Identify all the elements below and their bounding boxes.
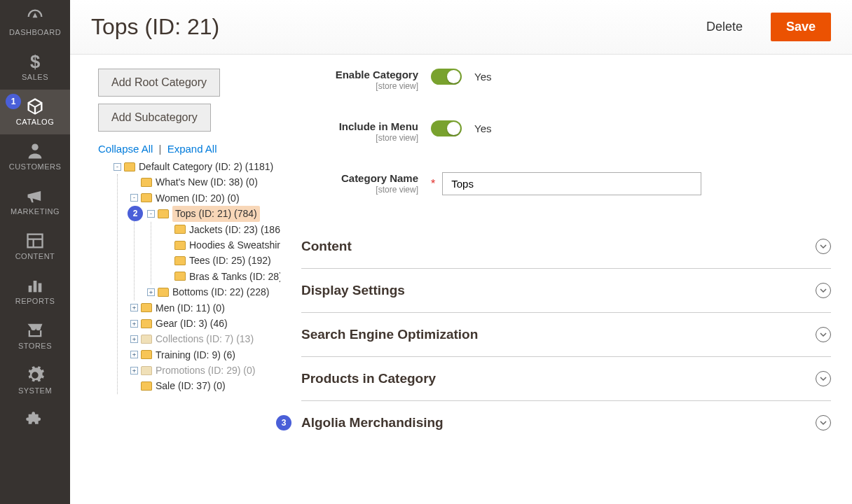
expand-toggle[interactable]: +: [130, 367, 138, 374]
enable-category-toggle[interactable]: [431, 69, 462, 85]
person-icon: [25, 143, 45, 160]
gauge-icon: [25, 8, 45, 25]
save-button[interactable]: Save: [771, 13, 831, 41]
sidebar-item-catalog[interactable]: 1 CATALOG: [0, 90, 70, 134]
tree-label: Sale (ID: 37) (0): [156, 378, 226, 393]
tree-node-promotions[interactable]: +Promotions (ID: 29) (0): [130, 363, 280, 378]
tree-node-hoodies[interactable]: Hoodies & Sweatshirts: [164, 237, 280, 253]
folder-icon: [141, 303, 152, 312]
category-form: Enable Category [store view] Yes Include…: [280, 69, 831, 496]
tree-node-tees[interactable]: Tees (ID: 25) (192): [164, 253, 280, 268]
sidebar-item-marketing[interactable]: MARKETING: [0, 179, 70, 224]
sidebar-item-reports[interactable]: REPORTS: [0, 269, 70, 314]
page-title: Tops (ID: 21): [91, 14, 691, 40]
add-root-category-button[interactable]: Add Root Category: [98, 69, 220, 97]
tree-label: Promotions (ID: 29) (0): [156, 363, 255, 378]
delete-button[interactable]: Delete: [691, 13, 758, 41]
tree-node-training[interactable]: +Training (ID: 9) (6): [130, 347, 280, 363]
section-algolia[interactable]: 3 Algolia Merchandising: [301, 401, 831, 444]
folder-icon: [158, 209, 169, 218]
tree-label: Tops (ID: 21) (784): [172, 206, 260, 221]
folder-icon: [141, 382, 152, 391]
tree-label: Training (ID: 9) (6): [156, 347, 235, 363]
sidebar-item-dashboard[interactable]: DASHBOARD: [0, 0, 70, 45]
toggle-value: Yes: [474, 122, 491, 134]
field-scope: [store view]: [301, 185, 418, 195]
collapse-all-link[interactable]: Collapse All: [98, 143, 153, 155]
field-include-menu: Include in Menu [store view] Yes: [301, 120, 831, 143]
chevron-down-icon: [816, 239, 831, 254]
add-subcategory-button[interactable]: Add Subcategory: [98, 104, 211, 132]
tree-label: Bras & Tanks (ID: 28): [189, 269, 280, 284]
toggle-value: Yes: [474, 71, 491, 83]
tree-label: Men (ID: 11) (0): [156, 300, 225, 316]
svg-point-1: [32, 144, 38, 150]
megaphone-icon: [25, 188, 45, 204]
svg-text:$: $: [30, 52, 40, 71]
sidebar-label: SALES: [22, 73, 48, 81]
sidebar-item-system[interactable]: SYSTEM: [0, 358, 70, 403]
sidebar-item-partners[interactable]: [0, 403, 70, 431]
tree-node-bras[interactable]: Bras & Tanks (ID: 28): [164, 269, 280, 284]
sidebar-item-stores[interactable]: STORES: [0, 314, 70, 358]
svg-rect-7: [39, 284, 42, 293]
svg-rect-6: [34, 281, 37, 292]
sidebar-item-content[interactable]: CONTENT: [0, 224, 70, 269]
tree-node-default[interactable]: - Default Category (ID: 2) (1181): [114, 159, 280, 174]
storefront-icon: [25, 322, 45, 339]
sidebar-label: MARKETING: [11, 207, 60, 216]
folder-icon: [174, 256, 186, 265]
tree-label: Gear (ID: 3) (46): [156, 316, 228, 331]
expand-toggle[interactable]: +: [147, 288, 155, 296]
folder-icon: [141, 350, 152, 359]
tree-node-collections[interactable]: +Collections (ID: 7) (13): [130, 331, 280, 346]
tree-node-jackets[interactable]: Jackets (ID: 23) (186): [164, 222, 280, 237]
tree-label: Women (ID: 20) (0): [156, 190, 240, 206]
folder-icon: [174, 225, 186, 234]
cube-icon: [25, 98, 45, 115]
sidebar-label: CUSTOMERS: [9, 162, 62, 171]
tree-node-gear[interactable]: +Gear (ID: 3) (46): [130, 316, 280, 331]
section-title: Content: [301, 239, 816, 254]
svg-rect-5: [29, 286, 32, 292]
expand-toggle[interactable]: -: [114, 163, 121, 171]
section-seo[interactable]: Search Engine Optimization: [301, 313, 831, 357]
expand-toggle[interactable]: -: [130, 194, 138, 202]
tree-label: Bottoms (ID: 22) (228): [172, 284, 270, 300]
sidebar-item-sales[interactable]: $ SALES: [0, 45, 70, 90]
section-content[interactable]: Content: [301, 225, 831, 269]
category-name-input[interactable]: [442, 172, 701, 195]
tree-node-tops[interactable]: 2 - Tops (ID: 21) (784): [147, 206, 280, 221]
tree-node-bottoms[interactable]: + Bottoms (ID: 22) (228): [147, 284, 280, 300]
section-display-settings[interactable]: Display Settings: [301, 269, 831, 313]
expand-toggle[interactable]: +: [130, 320, 138, 328]
field-scope: [store view]: [301, 81, 418, 91]
chevron-down-icon: [816, 415, 831, 430]
dollar-icon: $: [25, 53, 45, 70]
folder-icon: [124, 162, 135, 172]
include-menu-toggle[interactable]: [431, 120, 462, 136]
expand-toggle[interactable]: +: [130, 304, 138, 312]
puzzle-icon: [25, 412, 45, 428]
field-label: Category Name: [341, 172, 418, 184]
svg-rect-2: [28, 234, 43, 248]
expand-toggle[interactable]: -: [147, 210, 155, 218]
sidebar-item-customers[interactable]: CUSTOMERS: [0, 134, 70, 179]
sidebar-label: CATALOG: [16, 118, 54, 126]
expand-toggle[interactable]: +: [130, 351, 138, 358]
tree-node-sale[interactable]: Sale (ID: 37) (0): [130, 378, 280, 393]
category-tree: - Default Category (ID: 2) (1181) What's…: [98, 159, 280, 394]
tree-label: Default Category (ID: 2) (1181): [139, 159, 273, 174]
section-title: Search Engine Optimization: [301, 327, 816, 342]
gear-icon: [25, 367, 45, 384]
section-title: Display Settings: [301, 283, 816, 298]
tree-node-whatsnew[interactable]: What's New (ID: 38) (0): [130, 174, 280, 190]
expand-all-link[interactable]: Expand All: [167, 143, 217, 155]
expand-toggle[interactable]: +: [130, 335, 138, 343]
tree-node-women[interactable]: - Women (ID: 20) (0): [130, 190, 280, 206]
admin-sidebar: DASHBOARD $ SALES 1 CATALOG CUSTOMERS MA…: [0, 0, 70, 504]
section-products[interactable]: Products in Category: [301, 357, 831, 401]
folder-icon: [158, 288, 169, 297]
tree-node-men[interactable]: +Men (ID: 11) (0): [130, 300, 280, 316]
folder-icon: [141, 193, 152, 202]
